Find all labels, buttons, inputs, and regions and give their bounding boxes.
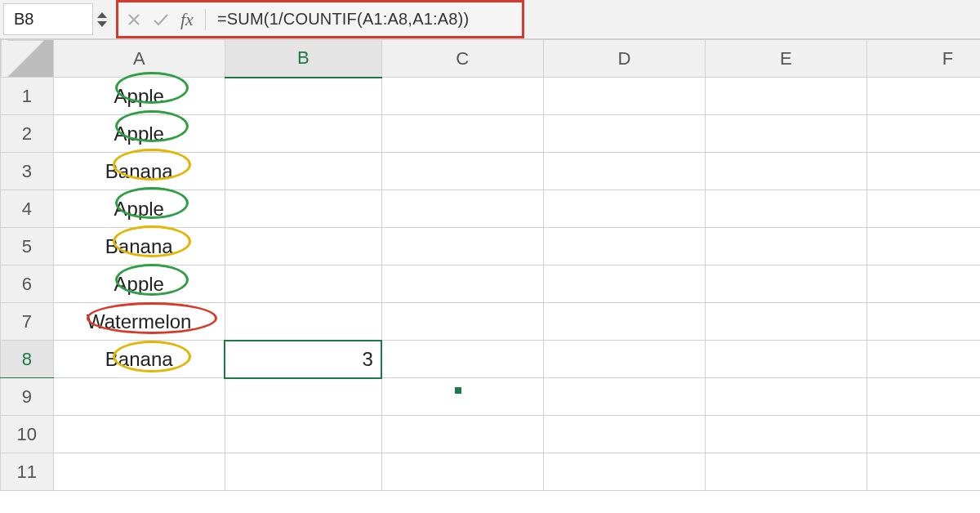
cell-E8[interactable] <box>705 341 866 378</box>
cell-C1[interactable] <box>381 78 543 115</box>
cell-B4[interactable] <box>225 190 381 228</box>
cell-C11[interactable] <box>381 453 543 491</box>
cell-value: Apple <box>54 273 225 296</box>
cell-E10[interactable] <box>705 416 866 453</box>
column-header-B[interactable]: B <box>225 40 381 78</box>
cell-C5[interactable] <box>381 228 543 265</box>
cell-D1[interactable] <box>543 78 705 115</box>
row-header-5[interactable]: 5 <box>1 228 54 265</box>
row-header-7[interactable]: 7 <box>1 303 54 341</box>
cell-A5[interactable]: Banana <box>53 228 225 265</box>
cell-A2[interactable]: Apple <box>53 115 225 153</box>
cell-F6[interactable] <box>866 265 980 303</box>
grid-row: 3Banana <box>1 153 981 190</box>
cell-E2[interactable] <box>705 115 866 153</box>
cell-B6[interactable] <box>225 265 381 303</box>
column-header-E[interactable]: E <box>705 40 866 78</box>
row-header-8[interactable]: 8 <box>1 341 54 378</box>
cell-F10[interactable] <box>866 416 980 453</box>
cell-B10[interactable] <box>225 416 381 453</box>
cell-C4[interactable] <box>381 190 543 228</box>
cell-C8[interactable] <box>381 341 543 378</box>
row-header-3[interactable]: 3 <box>1 153 54 190</box>
confirm-icon[interactable] <box>153 12 169 27</box>
cell-D6[interactable] <box>543 265 705 303</box>
cell-D10[interactable] <box>543 416 705 453</box>
cell-F8[interactable] <box>866 341 980 378</box>
cell-E4[interactable] <box>705 190 866 228</box>
grid-row: 9 <box>1 378 981 416</box>
cell-E6[interactable] <box>705 265 866 303</box>
column-header-C[interactable]: C <box>381 40 543 78</box>
cell-D5[interactable] <box>543 228 705 265</box>
grid-row: 1Apple <box>1 78 981 115</box>
cell-A3[interactable]: Banana <box>53 153 225 190</box>
column-header-F[interactable]: F <box>866 40 980 78</box>
cell-A6[interactable]: Apple <box>53 265 225 303</box>
cell-B2[interactable] <box>225 115 381 153</box>
column-header-D[interactable]: D <box>543 40 705 78</box>
cell-F3[interactable] <box>866 153 980 190</box>
cell-B8[interactable]: 3 <box>225 341 381 378</box>
cell-F4[interactable] <box>866 190 980 228</box>
cell-B9[interactable] <box>225 378 381 416</box>
cell-D8[interactable] <box>543 341 705 378</box>
cell-D4[interactable] <box>543 190 705 228</box>
cell-D3[interactable] <box>543 153 705 190</box>
cell-A4[interactable]: Apple <box>53 190 225 228</box>
cell-D2[interactable] <box>543 115 705 153</box>
cell-F5[interactable] <box>866 228 980 265</box>
cell-A10[interactable] <box>53 416 225 453</box>
cell-D11[interactable] <box>543 453 705 491</box>
cell-A7[interactable]: Watermelon <box>53 303 225 341</box>
cell-C2[interactable] <box>381 115 543 153</box>
row-header-2[interactable]: 2 <box>1 115 54 153</box>
cell-F9[interactable] <box>866 378 980 416</box>
row-header-1[interactable]: 1 <box>1 78 54 115</box>
row-header-4[interactable]: 4 <box>1 190 54 228</box>
cell-A11[interactable] <box>53 453 225 491</box>
cell-E5[interactable] <box>705 228 866 265</box>
name-box[interactable]: B8 <box>3 3 93 35</box>
row-header-6[interactable]: 6 <box>1 265 54 303</box>
cell-D7[interactable] <box>543 303 705 341</box>
cell-C3[interactable] <box>381 153 543 190</box>
cell-B11[interactable] <box>225 453 381 491</box>
row-header-10[interactable]: 10 <box>1 416 54 453</box>
cell-B1[interactable] <box>225 78 381 115</box>
cancel-icon[interactable] <box>127 12 141 27</box>
cell-F11[interactable] <box>866 453 980 491</box>
cell-E11[interactable] <box>705 453 866 491</box>
cell-value: Apple <box>54 85 225 108</box>
name-box-stepper[interactable] <box>93 3 111 35</box>
chevron-up-icon <box>97 12 107 18</box>
cell-E3[interactable] <box>705 153 866 190</box>
cell-F7[interactable] <box>866 303 980 341</box>
cell-B7[interactable] <box>225 303 381 341</box>
cell-C9[interactable] <box>381 378 543 416</box>
cell-A8[interactable]: Banana <box>53 341 225 378</box>
cell-E1[interactable] <box>705 78 866 115</box>
cell-C10[interactable] <box>381 416 543 453</box>
cell-A9[interactable] <box>53 378 225 416</box>
chevron-down-icon <box>97 21 107 27</box>
select-all-corner[interactable] <box>1 40 54 78</box>
fx-icon[interactable]: fx <box>180 9 194 30</box>
cell-B5[interactable] <box>225 228 381 265</box>
cell-C7[interactable] <box>381 303 543 341</box>
formula-input[interactable]: =SUM(1/COUNTIF(A1:A8,A1:A8)) <box>217 10 469 29</box>
cell-E7[interactable] <box>705 303 866 341</box>
grid-row: 5Banana <box>1 228 981 265</box>
cell-A1[interactable]: Apple <box>53 78 225 115</box>
spreadsheet-grid[interactable]: A B C D E F 1Apple2Apple3Banana4Apple5Ba… <box>0 39 980 491</box>
row-header-9[interactable]: 9 <box>1 378 54 416</box>
cell-C6[interactable] <box>381 265 543 303</box>
cell-B3[interactable] <box>225 153 381 190</box>
cell-F2[interactable] <box>866 115 980 153</box>
divider <box>205 9 206 30</box>
cell-F1[interactable] <box>866 78 980 115</box>
cell-E9[interactable] <box>705 378 866 416</box>
row-header-11[interactable]: 11 <box>1 453 54 491</box>
cell-D9[interactable] <box>543 378 705 416</box>
column-header-A[interactable]: A <box>53 40 225 78</box>
